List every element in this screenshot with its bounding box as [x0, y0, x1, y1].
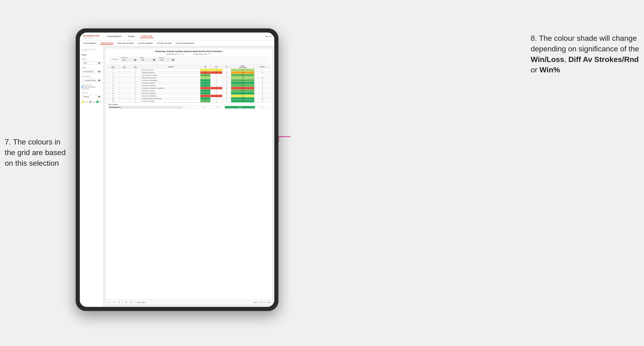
cell-reg: - [119, 87, 130, 90]
subnav-player-summary[interactable]: PLAYER SUMMARY [138, 42, 153, 44]
subnav-team-h2h-heatmap[interactable]: TEAM H2H HEATMAP [117, 42, 134, 44]
school-label: School (Rank) [82, 76, 101, 77]
annotation-right-bold1: Win/Loss [531, 55, 564, 64]
col-rank: #Rank [107, 65, 119, 69]
nav-teams[interactable]: TEAMS [127, 35, 136, 38]
cell-reg: - [119, 84, 130, 87]
down-dot [82, 101, 84, 103]
cell-diff: 2.28 [231, 74, 254, 77]
cell-conf: 2 [130, 100, 141, 103]
cell-rounds: 8 [254, 71, 270, 74]
cell-conf: 2 [130, 79, 141, 82]
cell-loss: 0 [210, 90, 222, 92]
cell-rank: 15 [107, 97, 119, 100]
cell-diff: 4.50 [231, 97, 254, 100]
cell-win: 3 [200, 84, 210, 87]
toolbar-watch[interactable]: Watch ▾ [253, 302, 258, 303]
cell-loss: 0 [210, 79, 222, 82]
cell-reg: - [119, 71, 130, 74]
cell-rounds: 9 [254, 69, 270, 71]
gender-select[interactable]: Men's [82, 61, 101, 65]
toolbar-redo[interactable]: ↪ [112, 301, 116, 304]
ood-tie: 0 [211, 106, 225, 109]
colour-by-select[interactable]: Win/loss [82, 95, 101, 98]
subnav-player-h2h-grid[interactable]: PLAYER H2H GRID [157, 42, 172, 44]
col-rounds: Rounds [254, 65, 270, 69]
sidebar-school-section: School (Rank) 1. University of Nort... [82, 76, 101, 82]
cell-conf: 5 [130, 84, 141, 87]
nav-tournaments[interactable]: TOURNAMENTS [106, 35, 123, 38]
cell-opponent: Auburn University [141, 69, 200, 71]
top100-radio[interactable]: Top 100 [82, 88, 101, 90]
cell-diff: 2.33 [231, 90, 254, 92]
division-select[interactable]: NCAA Division I [82, 70, 101, 73]
cell-diff: -2.29 [231, 71, 254, 74]
cell-diff: 6.62 [231, 100, 254, 103]
toolbar-share[interactable]: Share [266, 302, 270, 303]
toolbar-grid-icon[interactable]: ⊞ [264, 302, 265, 303]
cell-diff: 9.00 [231, 82, 254, 84]
subnav-team-summary[interactable]: TEAM SUMMARY [83, 42, 96, 44]
ood-win: 1 [182, 106, 197, 109]
toolbar-view-label: View: Original [137, 302, 146, 303]
col-conf: #Conf [130, 65, 141, 69]
sub-nav: TEAM SUMMARY TEAM H2H GRID TEAM H2H HEAT… [80, 40, 274, 46]
top100-label: Top 100 [84, 88, 89, 90]
conference-filter-select[interactable]: (All) [121, 58, 138, 61]
region-filter-label: Region [140, 57, 156, 58]
toolbar-undo[interactable]: ↩ [108, 301, 110, 304]
cell-rounds: 3 [254, 95, 270, 97]
cell-diff: 1.83 [231, 77, 254, 79]
toolbar-reset[interactable]: ↺ [117, 301, 120, 304]
annotation-right-bold2: Diff Av Strokes/Rnd [568, 55, 639, 64]
cell-tie: 0 [222, 97, 231, 100]
cell-rank: 16 [107, 100, 119, 103]
cell-win: 5 [200, 97, 210, 100]
sidebar-opponent-view-section: Opponent View Opponents Played Top 100 [82, 84, 101, 90]
toolbar-pause[interactable]: ⏸ [124, 301, 128, 304]
cell-rank: 12 [107, 90, 119, 92]
cell-reg: - [119, 82, 130, 84]
school-select[interactable]: 1. University of Nort... [82, 79, 101, 82]
cell-opponent: Texas Tech University [141, 92, 200, 95]
level-label: Level [92, 101, 95, 103]
col-reg: #Reg [119, 65, 130, 69]
cell-opponent: University of Oklahoma [141, 95, 200, 97]
opponents-played-input[interactable] [82, 86, 83, 88]
top100-input[interactable] [82, 88, 83, 90]
sign-out-link[interactable]: Sign out [263, 36, 271, 37]
toolbar-divider-1 [122, 301, 122, 304]
cell-tie: 0 [222, 100, 231, 103]
opponent-filter-select[interactable]: (All) [159, 58, 175, 61]
cell-diff: -4.33 [231, 87, 254, 90]
table-row: 8 - 2 University of Washington 1 0 0 3.6… [107, 79, 271, 82]
cell-tie: 0 [222, 71, 231, 74]
col-tie: Tie [222, 65, 231, 69]
toolbar-comment[interactable]: 💬 [260, 302, 262, 303]
toolbar-clock[interactable]: ⏱ [130, 301, 133, 304]
filters-row: Opponents: Conference (All) Region ( [108, 56, 269, 62]
cell-win: 3 [200, 100, 210, 103]
subnav-player-h2h-heatmap[interactable]: PLAYER H2H HEATMAP [176, 42, 194, 44]
cell-reg: - [119, 79, 130, 82]
annotation-right: 8. The colour shade will change dependin… [531, 33, 639, 75]
gender-label: Gender [82, 58, 101, 60]
cell-tie: 0 [222, 79, 231, 82]
region-filter-select[interactable]: (All) [140, 58, 156, 61]
cell-win: 0 [200, 71, 210, 74]
up-label: Up [100, 101, 101, 103]
opponents-played-radio[interactable]: Opponents Played [82, 86, 101, 88]
cell-tie: 0 [222, 90, 231, 92]
logo-title: SCOREBOARD [83, 35, 100, 37]
nav-bar: SCOREBOARD Powered by clippd TOURNAMENTS… [80, 32, 274, 40]
cell-rank: 4 [107, 74, 119, 77]
opponent-view-radio-group: Opponents Played Top 100 [82, 86, 101, 90]
col-win: Win [200, 65, 210, 69]
opponent-filter-label: Opponent [159, 57, 175, 58]
table-row: 3 - 2 Vanderbilt University 0 4 0 -2.29 … [107, 71, 271, 74]
cell-reg: - [119, 100, 130, 103]
subnav-team-h2h-grid[interactable]: TEAM H2H GRID [100, 42, 113, 45]
cell-tie: 0 [222, 69, 231, 71]
table-row: 4 - 1 Arizona State University 5 1 0 2.2… [107, 74, 271, 77]
nav-committee[interactable]: COMMITTEE [140, 35, 154, 38]
